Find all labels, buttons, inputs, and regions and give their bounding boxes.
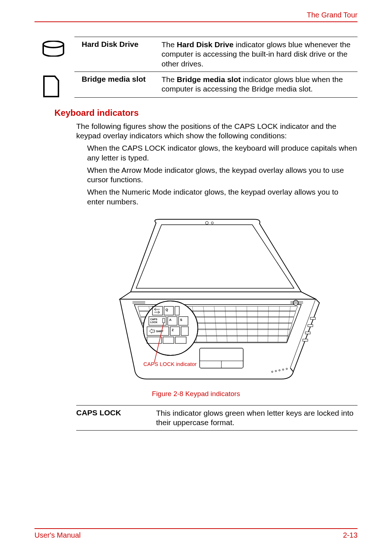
svg-rect-52 [163, 337, 174, 343]
manual-page: The Grand Tour Hard Disk Drive The Hard … [0, 0, 392, 554]
text-bold: Bridge media slot [177, 75, 241, 83]
hdd-label: Hard Disk Drive [82, 37, 162, 49]
key-z-label: Z [172, 328, 174, 332]
chapter-title: The Grand Tour [34, 11, 358, 19]
key-caps-label: CAPS [150, 318, 158, 321]
text: The [162, 40, 177, 49]
key-s-label: S [180, 318, 182, 322]
bullet-numeric-mode: When the Numeric Mode indicator glows, t… [87, 187, 358, 207]
svg-point-20 [293, 300, 298, 305]
svg-rect-41 [175, 306, 179, 315]
svg-rect-35 [303, 339, 308, 341]
svg-rect-33 [308, 325, 313, 327]
intro-paragraph: The following figures show the positions… [76, 122, 358, 141]
bms-description: The Bridge media slot indicator glows bl… [162, 72, 358, 97]
key-q-label: Q [166, 308, 168, 311]
caps-lock-row: CAPS LOCK This indicator glows green whe… [76, 406, 358, 431]
table-rule [74, 97, 358, 98]
svg-rect-44 [163, 318, 165, 323]
section-heading-keyboard-indicators: Keyboard indicators [54, 108, 358, 118]
bullet-caps-lock: When the CAPS LOCK indicator glows, the … [87, 143, 358, 163]
footer-page-number: 2-13 [343, 531, 358, 539]
bms-label: Bridge media slot [82, 72, 162, 83]
hdd-icon [34, 37, 82, 57]
laptop-illustration: Q CAPS LOCK A S SHIFT Z [98, 216, 334, 383]
svg-rect-34 [305, 332, 310, 334]
page-footer: User's Manual 2-13 [34, 528, 358, 539]
footer-rule [34, 528, 358, 529]
hdd-description: The Hard Disk Drive indicator glows blue… [162, 37, 358, 72]
text-bold: Hard Disk Drive [177, 40, 233, 49]
header-rule [34, 21, 358, 22]
key-a-label: A [169, 318, 172, 322]
caps-lock-callout: CAPS LOCK indicator [143, 361, 197, 367]
svg-point-0 [43, 41, 64, 48]
bullet-arrow-mode: When the Arrow Mode indicator glows, the… [87, 166, 358, 185]
key-shift-label: SHIFT [156, 330, 164, 333]
svg-rect-50 [181, 327, 188, 335]
caps-lock-label: CAPS LOCK [76, 406, 156, 431]
bridge-media-icon [34, 72, 82, 97]
text: The [162, 75, 177, 83]
figure-keypad-indicators: Q CAPS LOCK A S SHIFT Z [76, 216, 358, 390]
svg-rect-37 [152, 306, 163, 315]
indicator-table: Hard Disk Drive The Hard Disk Drive indi… [34, 37, 358, 98]
svg-rect-53 [175, 337, 186, 343]
indicator-row-hdd: Hard Disk Drive The Hard Disk Drive indi… [34, 37, 358, 72]
table-rule [76, 430, 358, 431]
svg-rect-32 [310, 317, 315, 319]
indicator-row-bms: Bridge media slot The Bridge media slot … [34, 72, 358, 97]
caps-lock-desc: This indicator glows green when letter k… [156, 406, 358, 431]
footer-left: User's Manual [34, 531, 81, 539]
svg-text:LOCK: LOCK [150, 321, 158, 323]
figure-caption: Figure 2-8 Keypad indicators [34, 390, 358, 398]
